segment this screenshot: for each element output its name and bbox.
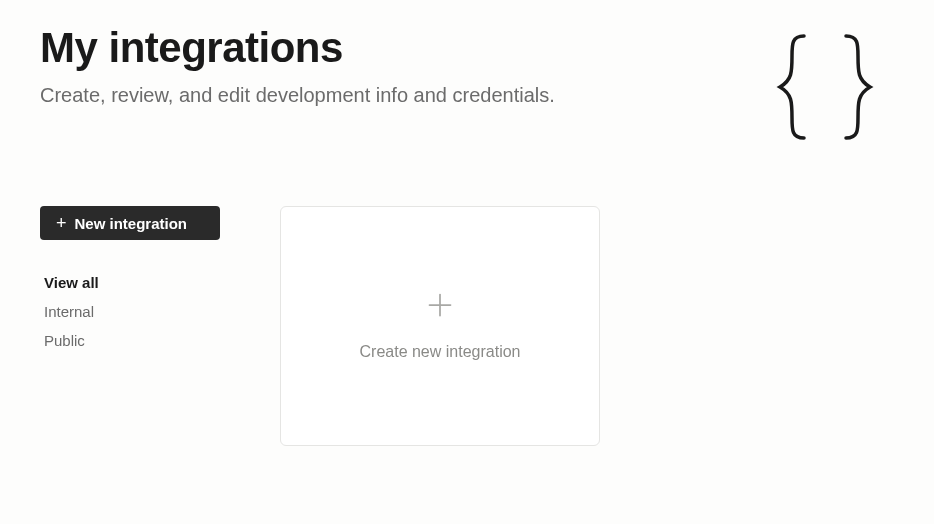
filter-public[interactable]: Public bbox=[40, 326, 220, 355]
sidebar: + New integration View all Internal Publ… bbox=[40, 206, 220, 446]
plus-icon: + bbox=[56, 214, 67, 232]
create-integration-card[interactable]: Create new integration bbox=[280, 206, 600, 446]
filter-view-all[interactable]: View all bbox=[40, 268, 220, 297]
filter-internal[interactable]: Internal bbox=[40, 297, 220, 326]
new-integration-label: New integration bbox=[75, 215, 188, 232]
curly-braces-icon bbox=[774, 32, 876, 146]
create-card-label: Create new integration bbox=[360, 343, 521, 361]
plus-icon bbox=[426, 291, 454, 323]
page-subtitle: Create, review, and edit development inf… bbox=[40, 80, 555, 110]
header-text: My integrations Create, review, and edit… bbox=[40, 24, 555, 110]
page-title: My integrations bbox=[40, 24, 555, 72]
main-content: Create new integration bbox=[280, 206, 894, 446]
new-integration-button[interactable]: + New integration bbox=[40, 206, 220, 240]
page-header: My integrations Create, review, and edit… bbox=[40, 24, 894, 146]
content-area: + New integration View all Internal Publ… bbox=[40, 206, 894, 446]
filter-list: View all Internal Public bbox=[40, 268, 220, 355]
